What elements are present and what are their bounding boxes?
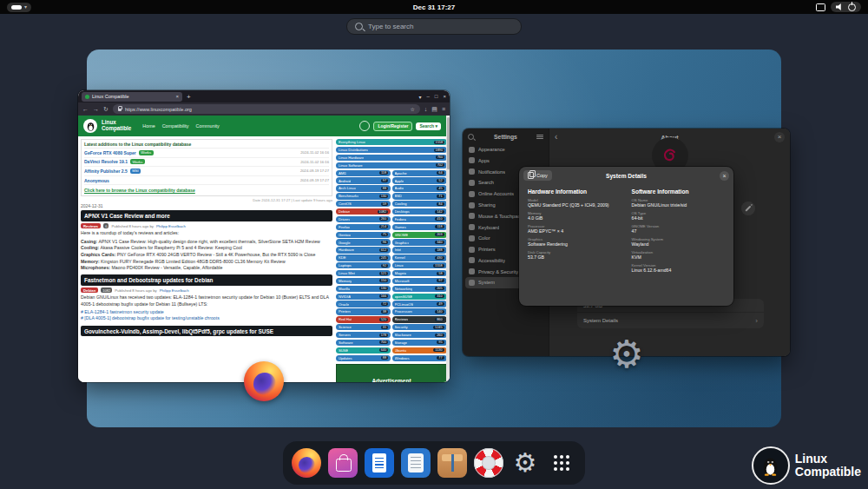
tab-close-icon[interactable]: × xyxy=(175,94,179,99)
tag-microsoft[interactable]: Microsoft97 xyxy=(392,278,447,284)
search-input[interactable]: Type to search xyxy=(346,18,522,35)
minimize-icon[interactable]: – xyxy=(427,94,430,99)
tag-networking[interactable]: Networking205 xyxy=(392,286,447,292)
tag-printers[interactable]: Printers38 xyxy=(336,308,391,314)
downloads-icon[interactable]: ↓ xyxy=(424,106,428,112)
category-pill[interactable]: Debian xyxy=(81,287,98,293)
tag-oracle[interactable]: Oracle72 xyxy=(336,301,391,307)
url-bar[interactable]: https://www.linuxcompatible.org ☆ xyxy=(113,104,420,114)
tag-firefox[interactable]: Firefox214 xyxy=(336,224,391,230)
db-row[interactable]: DaVinci Resolve 19.1Works2024-11-02 16:1… xyxy=(84,158,329,168)
packages-app-icon[interactable] xyxy=(437,448,467,478)
tag-windows[interactable]: Windows77 xyxy=(392,355,447,361)
tag-intel[interactable]: Intel188 xyxy=(392,247,447,253)
screen-share-icon[interactable] xyxy=(816,3,825,11)
article-title[interactable]: Govulncheck-Vulndb, Assimp-Devel, libQt5… xyxy=(81,326,332,337)
article-title[interactable]: APNX V1 Case Review and more xyxy=(81,210,332,221)
advertisement[interactable]: Advertisement xyxy=(336,364,447,382)
settings-app-icon[interactable] xyxy=(606,334,648,375)
tag-mageia[interactable]: Mageia58 xyxy=(392,270,447,276)
tag-audio[interactable]: Audio45 xyxy=(392,185,447,191)
site-search-button[interactable]: Search ▾ xyxy=(416,122,441,130)
tag-processors[interactable]: Processors140 xyxy=(392,308,447,314)
list-tabs-icon[interactable]: ▾ xyxy=(419,94,422,100)
quick-settings-button[interactable] xyxy=(831,2,861,12)
tag-linux-distributions[interactable]: Linux Distributions1890 xyxy=(336,147,447,153)
tag-ubuntu[interactable]: Ubuntu1130 xyxy=(392,347,447,354)
tag-debian[interactable]: Debian1082 xyxy=(336,208,391,215)
tag-mozilla[interactable]: Mozilla130 xyxy=(336,286,391,292)
dialog-close-icon[interactable]: × xyxy=(720,171,729,181)
site-nav-compatibility[interactable]: Compatibility xyxy=(162,123,189,129)
tag-updates[interactable]: Updates88 xyxy=(336,355,391,361)
settings-window[interactable]: Settings AppearanceAppsNotificationsSear… xyxy=(463,129,790,356)
bookmark-star-icon[interactable]: ☆ xyxy=(410,106,414,112)
tag-bsd[interactable]: BSD71 xyxy=(392,193,447,199)
tag-science[interactable]: Science31 xyxy=(336,324,391,330)
reload-icon[interactable]: ↻ xyxy=(103,106,108,112)
firefox-window[interactable]: Linux Compatible × + ▾ – □ × ← → ↻ https… xyxy=(78,90,450,382)
theme-toggle-icon[interactable] xyxy=(359,121,370,131)
tag-gentoo[interactable]: Gentoo75 xyxy=(336,232,391,238)
tag-reviews[interactable]: Reviews860 xyxy=(392,316,447,322)
tag-gnome[interactable]: GNOME203 xyxy=(392,232,447,238)
software-app-icon[interactable] xyxy=(328,448,358,478)
tag-games[interactable]: Games118 xyxy=(392,224,447,230)
scrollbar-thumb[interactable] xyxy=(447,117,450,169)
tag-apple[interactable]: Apple52 xyxy=(392,177,447,183)
show-apps-app-icon[interactable] xyxy=(547,448,576,478)
settings-app-icon[interactable] xyxy=(510,448,540,478)
tag-pclinuxos[interactable]: PCLinuxOS49 xyxy=(392,301,447,307)
tag-linux-mint[interactable]: Linux Mint121 xyxy=(336,270,391,276)
tag-memory[interactable]: Memory150 xyxy=(336,278,391,284)
site-brand[interactable]: Linux Compatible xyxy=(102,120,131,132)
tag-kde[interactable]: KDE245 xyxy=(336,254,391,261)
tag-laptops[interactable]: Laptops92 xyxy=(336,262,391,268)
tag-drivers[interactable]: Drivers260 xyxy=(336,216,391,222)
tag-opensuse[interactable]: openSUSE310 xyxy=(392,294,447,300)
tag-software[interactable]: Software700 xyxy=(336,340,391,346)
tag-storage[interactable]: Storage95 xyxy=(392,340,447,346)
site-logo-penguin-icon[interactable] xyxy=(83,119,97,133)
tag-everything-linux[interactable]: Everything Linux1558 xyxy=(336,139,447,145)
db-row[interactable]: GeForce RTX 4080 SuperWorks2024-11-02 16… xyxy=(84,149,329,158)
login-register-button[interactable]: Login/Register xyxy=(373,122,412,131)
tag-hardware[interactable]: Hardware612 xyxy=(336,247,391,253)
author-link[interactable]: Philipp Esselbach xyxy=(160,288,189,293)
category-pill[interactable]: Reviews xyxy=(81,223,101,228)
tag-centos[interactable]: CentOS59 xyxy=(336,201,391,207)
tag-amd[interactable]: AMD118 xyxy=(336,170,391,176)
tag-fedora[interactable]: Fedora410 xyxy=(392,216,447,222)
tag-nvidia[interactable]: NVIDIA166 xyxy=(336,294,391,300)
text-editor-app-icon[interactable] xyxy=(401,448,431,478)
documents-app-icon[interactable] xyxy=(365,448,394,478)
close-icon[interactable]: × xyxy=(443,94,446,99)
tag-servers[interactable]: Servers178 xyxy=(336,332,391,338)
tag-linux-software[interactable]: Linux Software702 xyxy=(336,162,447,169)
copy-button[interactable]: Copy xyxy=(523,170,552,181)
tag-google[interactable]: Google96 xyxy=(336,239,391,245)
tag-red-hat[interactable]: Red Hat520 xyxy=(336,316,391,322)
tag-graphics[interactable]: Graphics340 xyxy=(392,239,447,245)
site-nav-community[interactable]: Community xyxy=(196,123,220,129)
tag-benchmarks[interactable]: Benchmarks130 xyxy=(336,193,391,199)
firefox-app-icon[interactable] xyxy=(244,361,284,401)
browse-db-link[interactable]: Click here to browse the Linux compatibi… xyxy=(84,185,329,194)
author-link[interactable]: Philipp Esselbach xyxy=(156,224,186,228)
menu-icon[interactable]: ≡ xyxy=(442,106,445,112)
tag-slackware[interactable]: Slackware260 xyxy=(392,332,447,338)
tag-desktops[interactable]: Desktops142 xyxy=(392,208,447,215)
new-tab-icon[interactable]: + xyxy=(185,93,193,101)
db-row[interactable]: Affinity Publisher 2.5MSI2024-09-19 17:2… xyxy=(84,167,329,176)
db-row[interactable]: Anonymous2024-09-19 17:27 xyxy=(84,176,329,186)
tag-suse[interactable]: SUSE640 xyxy=(336,347,391,354)
tag-cooling[interactable]: Cooling84 xyxy=(392,201,447,207)
page-scrollbar[interactable] xyxy=(446,116,450,382)
tag-kernel[interactable]: Kernel430 xyxy=(392,254,447,261)
clock[interactable]: Dec 31 17:27 xyxy=(413,3,455,11)
workspace-indicator[interactable]: ▾ xyxy=(7,3,31,12)
tag-android[interactable]: Android97 xyxy=(336,177,391,183)
tag-linux[interactable]: Linux1558 xyxy=(392,262,447,268)
extensions-icon[interactable]: ▤ xyxy=(431,106,437,112)
back-icon[interactable]: ← xyxy=(82,106,89,112)
